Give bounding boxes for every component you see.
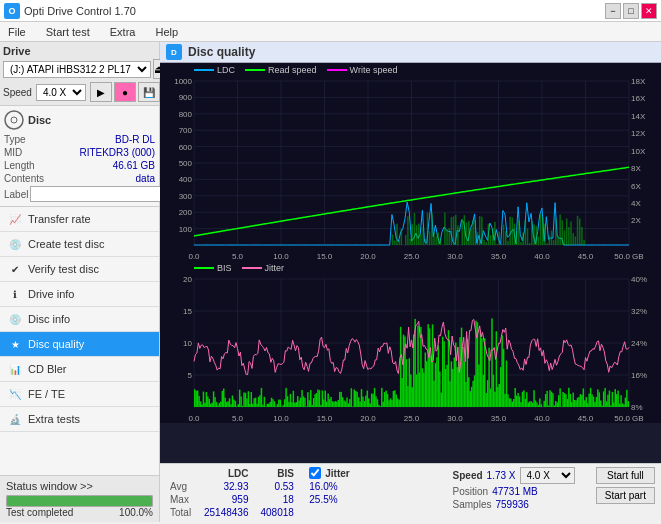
bis-legend-item: BIS: [194, 263, 232, 273]
speed-icons: ▶ ● 💾: [90, 82, 160, 102]
sidebar-item-disc-info[interactable]: 💿 Disc info: [0, 307, 159, 332]
jitter-legend-label: Jitter: [265, 263, 285, 273]
read-speed-button[interactable]: ▶: [90, 82, 112, 102]
position-label: Position: [453, 486, 489, 497]
svg-point-1: [11, 117, 17, 123]
top-chart-legend: LDC Read speed Write speed: [194, 65, 397, 75]
jitter-speed-section: Jitter 16.0% 25.5%: [309, 467, 448, 505]
start-full-button[interactable]: Start full: [596, 467, 655, 484]
read-speed-legend-line: [245, 69, 265, 71]
sidebar-item-verify-test-disc-label: Verify test disc: [28, 263, 99, 275]
write-speed-legend-item: Write speed: [327, 65, 398, 75]
menu-help[interactable]: Help: [151, 24, 182, 40]
app-title: Opti Drive Control 1.70: [24, 5, 136, 17]
sidebar-item-disc-quality-label: Disc quality: [28, 338, 84, 350]
sidebar-item-drive-info-label: Drive info: [28, 288, 74, 300]
disc-fields: Type BD-R DL MID RITEKDR3 (000) Length 4…: [4, 134, 155, 202]
max-ldc: 959: [198, 493, 255, 506]
avg-jitter-row: 16.0%: [309, 481, 448, 492]
sidebar-item-verify-test-disc[interactable]: ✔ Verify test disc: [0, 257, 159, 282]
disc-length-value: 46.61 GB: [113, 160, 155, 171]
position-value: 47731 MB: [492, 486, 538, 497]
menu-extra[interactable]: Extra: [106, 24, 140, 40]
total-ldc: 25148436: [198, 506, 255, 519]
transfer-rate-icon: 📈: [8, 212, 22, 226]
jitter-checkbox[interactable]: [309, 467, 321, 479]
write-speed-button[interactable]: ●: [114, 82, 136, 102]
disc-mid-label: MID: [4, 147, 22, 158]
speed-label: Speed: [3, 87, 32, 98]
menu-file[interactable]: File: [4, 24, 30, 40]
drive-info-icon: ℹ: [8, 287, 22, 301]
menu-start-test[interactable]: Start test: [42, 24, 94, 40]
cd-bler-icon: 📊: [8, 362, 22, 376]
max-jitter-row: 25.5%: [309, 494, 448, 505]
sidebar-item-fe-te-label: FE / TE: [28, 388, 65, 400]
disc-label-input[interactable]: [30, 186, 163, 202]
maximize-button[interactable]: □: [623, 3, 639, 19]
disc-quality-icon: ★: [8, 337, 22, 351]
sidebar-item-fe-te[interactable]: 📉 FE / TE: [0, 382, 159, 407]
stats-header-row: LDC BIS: [166, 467, 300, 480]
ldc-legend-label: LDC: [217, 65, 235, 75]
total-bis: 408018: [255, 506, 300, 519]
status-text: Test completed: [6, 507, 73, 518]
speed-position-section: Speed 1.73 X 4.0 X Position 47731 MB Sam…: [453, 467, 592, 510]
avg-bis: 0.53: [255, 480, 300, 493]
progress-container: Test completed 100.0%: [6, 495, 153, 518]
create-test-disc-icon: 💿: [8, 237, 22, 251]
bis-legend-label: BIS: [217, 263, 232, 273]
close-button[interactable]: ✕: [641, 3, 657, 19]
minimize-button[interactable]: −: [605, 3, 621, 19]
sidebar-item-drive-info[interactable]: ℹ Drive info: [0, 282, 159, 307]
action-buttons: Start full Start part: [596, 467, 655, 504]
titlebar-left: O Opti Drive Control 1.70: [4, 3, 136, 19]
charts-area: LDC Read speed Write speed: [160, 63, 661, 463]
status-bar[interactable]: Status window >> Test completed 100.0%: [0, 475, 159, 522]
stats-max-row: Max 959 18: [166, 493, 300, 506]
ldc-legend-line: [194, 69, 214, 71]
jitter-legend-line: [242, 267, 262, 269]
sidebar-item-create-test-disc[interactable]: 💿 Create test disc: [0, 232, 159, 257]
disc-type-value: BD-R DL: [115, 134, 155, 145]
avg-label: Avg: [166, 480, 198, 493]
disc-label-label: Label: [4, 189, 28, 200]
save-button[interactable]: 💾: [138, 82, 160, 102]
sidebar: Drive (J:) ATAPI iHBS312 2 PL17 ⏏ Speed …: [0, 42, 160, 522]
verify-test-disc-icon: ✔: [8, 262, 22, 276]
start-part-button[interactable]: Start part: [596, 487, 655, 504]
speed-select-stats[interactable]: 4.0 X: [520, 467, 575, 484]
ldc-legend-item: LDC: [194, 65, 235, 75]
sidebar-item-disc-info-label: Disc info: [28, 313, 70, 325]
main-layout: Drive (J:) ATAPI iHBS312 2 PL17 ⏏ Speed …: [0, 42, 661, 522]
write-speed-legend-label: Write speed: [350, 65, 398, 75]
sidebar-item-create-test-disc-label: Create test disc: [28, 238, 104, 250]
stats-avg-row: Avg 32.93 0.53: [166, 480, 300, 493]
main-content: D Disc quality LDC Read speed: [160, 42, 661, 522]
avg-ldc: 32.93: [198, 480, 255, 493]
speed-select[interactable]: 4.0 X: [36, 84, 86, 101]
write-speed-legend-line: [327, 69, 347, 71]
sidebar-item-transfer-rate-label: Transfer rate: [28, 213, 91, 225]
sidebar-item-cd-bler[interactable]: 📊 CD Bler: [0, 357, 159, 382]
drive-select[interactable]: (J:) ATAPI iHBS312 2 PL17: [3, 61, 151, 78]
top-chart-canvas: [160, 63, 661, 261]
bottom-chart-legend: BIS Jitter: [194, 263, 284, 273]
top-chart: LDC Read speed Write speed: [160, 63, 661, 261]
read-speed-legend-label: Read speed: [268, 65, 317, 75]
sidebar-item-transfer-rate[interactable]: 📈 Transfer rate: [0, 207, 159, 232]
samples-value: 759936: [495, 499, 528, 510]
speed-value-display: 1.73 X: [487, 470, 516, 481]
disc-type-row: Type BD-R DL: [4, 134, 155, 145]
titlebar: O Opti Drive Control 1.70 − □ ✕: [0, 0, 661, 22]
sidebar-item-extra-tests[interactable]: 🔬 Extra tests: [0, 407, 159, 432]
drive-section: Drive (J:) ATAPI iHBS312 2 PL17 ⏏ Speed …: [0, 42, 159, 106]
disc-quality-title: Disc quality: [188, 45, 255, 59]
extra-tests-icon: 🔬: [8, 412, 22, 426]
disc-length-label: Length: [4, 160, 35, 171]
jitter-legend-item: Jitter: [242, 263, 285, 273]
menubar: File Start test Extra Help: [0, 22, 661, 42]
sidebar-item-disc-quality[interactable]: ★ Disc quality: [0, 332, 159, 357]
sidebar-menu: 📈 Transfer rate 💿 Create test disc ✔ Ver…: [0, 207, 159, 475]
disc-contents-label: Contents: [4, 173, 44, 184]
